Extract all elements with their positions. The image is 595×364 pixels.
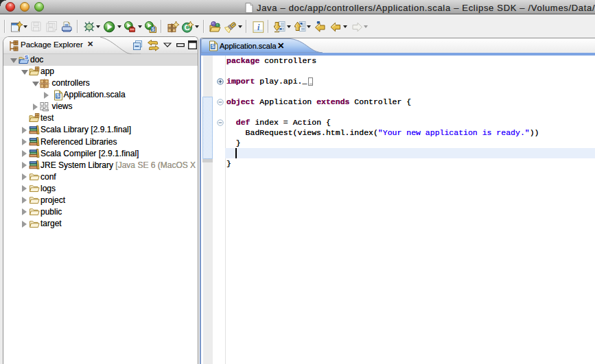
svg-text:S: S — [211, 43, 215, 49]
svg-text:S: S — [25, 55, 29, 60]
svg-text:S: S — [151, 27, 154, 32]
svg-text:S: S — [56, 93, 60, 99]
